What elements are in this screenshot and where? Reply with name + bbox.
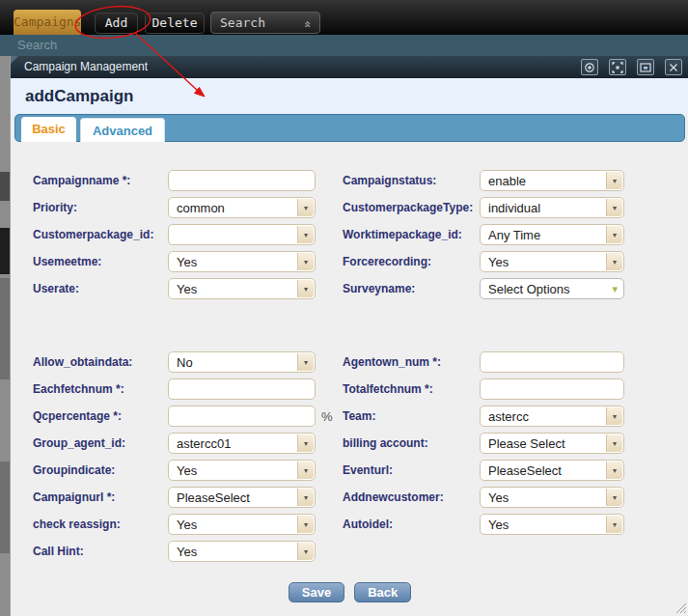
- field-label-totalfetchnum: Totalfetchnum *:: [343, 382, 433, 396]
- chevron-down-icon[interactable]: ▾: [606, 516, 622, 533]
- restore-icon: [639, 61, 652, 74]
- dialog-heading-area: addCampaign: [11, 78, 688, 114]
- save-button[interactable]: Save: [289, 582, 344, 602]
- chevron-down-icon[interactable]: ▾: [606, 407, 622, 425]
- maximize-icon: [611, 61, 624, 74]
- form-row: Autoidel:Yes▾: [11, 511, 688, 538]
- search-panel-label: Search: [17, 38, 57, 52]
- form-row: Campaignstatus:enable▾: [11, 167, 688, 194]
- select-field-team[interactable]: astercc▾: [480, 406, 624, 427]
- select-value: Yes: [488, 490, 509, 505]
- corner-resize-grip-icon: [11, 56, 18, 64]
- field-label-worktimepackage-id: Worktimepackage_id:: [343, 228, 462, 241]
- select-value: Yes: [488, 255, 509, 269]
- form-row: Surveyname:Select Options▾: [11, 275, 688, 302]
- page-title: addCampaign: [25, 87, 133, 106]
- tab-advanced[interactable]: Advanced: [80, 118, 165, 142]
- form-row: Team:astercc▾: [11, 403, 688, 430]
- field-label-agentown-num: Agentown_num *:: [343, 355, 441, 369]
- select-field-billing-account[interactable]: Please Select▾: [480, 433, 624, 454]
- close-icon: [667, 61, 680, 74]
- chevron-down-icon[interactable]: ▾: [297, 543, 314, 560]
- shade-icon: [583, 61, 596, 74]
- campaign-management-window: Campaign Management: [10, 56, 688, 616]
- field-label-customerpackagetype: CustomerpackageType:: [343, 201, 473, 214]
- form-actions: Save Back: [11, 582, 688, 602]
- back-button[interactable]: Back: [354, 582, 411, 602]
- select-field-forcerecording[interactable]: Yes▾: [480, 251, 624, 272]
- chevron-down-icon[interactable]: ▾: [606, 226, 622, 243]
- select-value: Yes: [488, 518, 509, 532]
- chevron-down-icon[interactable]: ▾: [606, 462, 622, 479]
- delete-button[interactable]: Delete: [145, 13, 205, 34]
- field-label-team: Team:: [343, 409, 375, 423]
- screen: Campaigns Add Delete Search « Search Cam…: [0, 0, 688, 616]
- select-value: Any Time: [488, 228, 540, 242]
- select-value: astercc: [488, 409, 529, 424]
- field-label-forcerecording: Forcerecording:: [343, 255, 431, 268]
- search-panel-header: Search: [0, 35, 688, 56]
- form-row: billing account:Please Select▾: [11, 430, 688, 457]
- background-strip: [0, 56, 10, 616]
- select-value: Select Options: [488, 282, 570, 296]
- resize-handle-icon[interactable]: [675, 602, 687, 614]
- select-field-customerpackagetype[interactable]: individual▾: [480, 197, 624, 218]
- form-column-right: Campaignstatus:enable▾CustomerpackageTyp…: [11, 167, 688, 538]
- select-value: PleaseSelect: [488, 463, 562, 478]
- form-group-gap: [11, 302, 688, 349]
- field-label-autoidel: Autoidel:: [343, 518, 393, 531]
- top-toolbar: Campaigns Add Delete Search «: [0, 0, 688, 35]
- form-row: Addnewcustomer:Yes▾: [11, 484, 688, 511]
- field-label-addnewcustomer: Addnewcustomer:: [343, 490, 444, 504]
- field-label-surveyname: Surveyname:: [343, 282, 415, 295]
- chevron-down-icon[interactable]: ▾: [612, 283, 618, 295]
- form-area: Campaignname *:Priority:common▾Customerp…: [11, 142, 688, 616]
- text-input-agentown-num[interactable]: [480, 351, 624, 373]
- close-button[interactable]: [665, 59, 682, 75]
- field-label-call-hint: Call Hint:: [33, 545, 84, 558]
- select-value: Please Select: [488, 436, 565, 451]
- select-field-eventurl[interactable]: PleaseSelect▾: [480, 460, 624, 481]
- maximize-button[interactable]: [609, 59, 626, 75]
- tab-strip: Basic Advanced: [14, 114, 685, 142]
- form-row: Call Hint:Yes▾: [11, 538, 688, 565]
- double-chevron-up-icon: «: [299, 21, 319, 29]
- select-field-call-hint[interactable]: Yes▾: [168, 541, 316, 562]
- form-row: Worktimepackage_id:Any Time▾: [11, 221, 688, 248]
- chevron-down-icon[interactable]: ▾: [606, 253, 622, 270]
- window-controls: [581, 59, 682, 75]
- select-field-campaignstatus[interactable]: enable▾: [480, 170, 624, 191]
- chevron-down-icon[interactable]: ▾: [606, 489, 622, 506]
- form-row: Forcerecording:Yes▾: [11, 248, 688, 275]
- tab-campaigns[interactable]: Campaigns: [14, 10, 81, 35]
- form-row: Agentown_num *:: [11, 349, 688, 376]
- window-titlebar[interactable]: Campaign Management: [11, 56, 688, 78]
- tab-basic[interactable]: Basic: [21, 117, 76, 142]
- shade-button[interactable]: [581, 59, 598, 75]
- add-button[interactable]: Add: [95, 13, 138, 34]
- text-input-totalfetchnum[interactable]: [480, 378, 624, 400]
- combo-field-surveyname[interactable]: Select Options▾: [480, 278, 624, 299]
- chevron-down-icon[interactable]: ▾: [606, 172, 622, 189]
- restore-button[interactable]: [637, 59, 654, 75]
- form-row: CustomerpackageType:individual▾: [11, 194, 688, 221]
- search-dropdown[interactable]: Search «: [210, 12, 320, 34]
- select-field-addnewcustomer[interactable]: Yes▾: [480, 487, 624, 508]
- chevron-down-icon[interactable]: ▾: [606, 434, 622, 452]
- search-dropdown-label: Search: [220, 15, 265, 30]
- window-title: Campaign Management: [24, 60, 148, 73]
- form-row: Eventurl:PleaseSelect▾: [11, 457, 688, 484]
- field-label-eventurl: Eventurl:: [343, 463, 393, 477]
- select-value: Yes: [177, 545, 197, 559]
- select-value: individual: [488, 201, 540, 215]
- select-field-autoidel[interactable]: Yes▾: [480, 514, 624, 535]
- field-label-campaignstatus: Campaignstatus:: [343, 174, 436, 187]
- form-row: Totalfetchnum *:: [11, 376, 688, 403]
- chevron-down-icon[interactable]: ▾: [606, 199, 622, 216]
- field-label-billing-account: billing account:: [343, 436, 428, 450]
- select-field-worktimepackage-id[interactable]: Any Time▾: [480, 224, 624, 245]
- select-value: enable: [488, 174, 526, 188]
